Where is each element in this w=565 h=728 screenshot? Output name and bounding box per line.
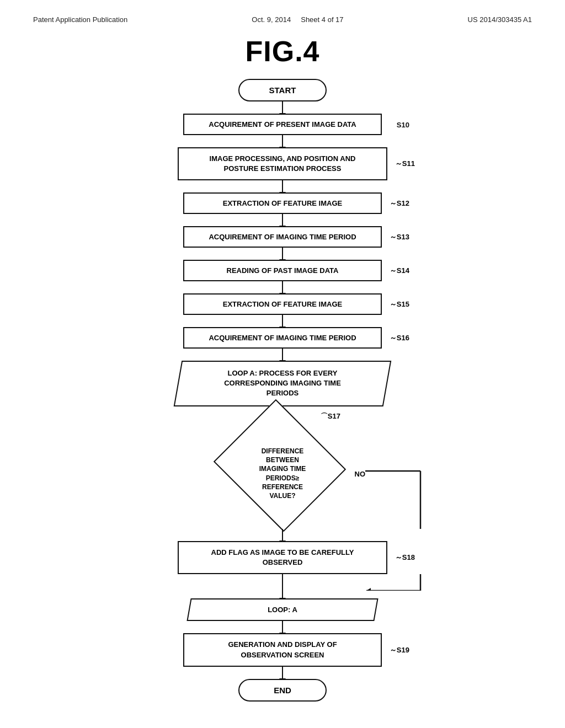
s16-row: ACQUIREMENT OF IMAGING TIME PERIOD ～S16 [183, 327, 382, 349]
s13-label: ～S13 [390, 232, 409, 242]
header-date: Oct. 9, 2014 [252, 15, 291, 24]
no-label: NO [355, 469, 366, 478]
s11-label: ～S11 [395, 159, 415, 169]
header-right: US 2014/303435 A1 [468, 15, 532, 24]
s14-box: READING OF PAST IMAGE DATA ～S14 [183, 260, 382, 281]
arrow-1 [282, 101, 283, 114]
s17-step-label: ⌒S17 [321, 411, 340, 421]
s17-diamond-wrapper: DIFFERENCE BETWEEN IMAGING TIME PERIODS≥… [117, 419, 448, 529]
s13-row: ACQUIREMENT OF IMAGING TIME PERIOD ～S13 [183, 226, 382, 248]
s12-label: ～S12 [390, 199, 409, 208]
arrow-11 [282, 667, 283, 679]
arrow-to-loop-end [282, 591, 283, 598]
fig-title: FIG.4 [0, 35, 565, 68]
s10-box: ACQUIREMENT OF PRESENT IMAGE DATA S10 [183, 114, 382, 135]
s10-row: ACQUIREMENT OF PRESENT IMAGE DATA S10 [183, 114, 382, 135]
arrow-10 [282, 621, 283, 633]
s11-box: IMAGE PROCESSING, AND POSITION AND POSTU… [178, 147, 387, 180]
arrow-8 [282, 349, 283, 361]
header-left: Patent Application Publication [33, 15, 127, 24]
s14-label: ～S14 [390, 266, 409, 276]
s18-row: ADD FLAG AS IMAGE TO BE CAREFULLY OBSERV… [178, 541, 387, 574]
loop-a-start-row: LOOP A: PROCESS FOR EVERY CORRESPONDING … [178, 361, 387, 406]
s15-label: ～S15 [390, 299, 409, 309]
s13-box: ACQUIREMENT OF IMAGING TIME PERIOD ～S13 [183, 226, 382, 248]
end-box: END [238, 679, 327, 702]
s17-diamond-text: DIFFERENCE BETWEEN IMAGING TIME PERIODS≥… [244, 447, 321, 500]
arrow-7 [282, 315, 283, 327]
s19-row: GENERATION AND DISPLAY OF OBSERVATION SC… [183, 633, 382, 666]
s15-box: EXTRACTION OF FEATURE IMAGE ～S15 [183, 293, 382, 315]
arrow-4 [282, 214, 283, 226]
s18-label: ～S18 [395, 553, 415, 563]
arrow-yes [282, 529, 283, 541]
page-header: Patent Application Publication Oct. 9, 2… [0, 0, 565, 29]
loop-a-end-box: LOOP: A [186, 598, 378, 621]
s19-label: ～S19 [390, 645, 409, 655]
end-node: END [238, 679, 327, 702]
header-sheet: Sheet 4 of 17 [301, 15, 343, 24]
s14-row: READING OF PAST IMAGE DATA ～S14 [183, 260, 382, 281]
s19-box: GENERATION AND DISPLAY OF OBSERVATION SC… [183, 633, 382, 666]
s12-box: EXTRACTION OF FEATURE IMAGE ～S12 [183, 192, 382, 214]
no-merge-svg [365, 574, 431, 591]
arrow-6 [282, 281, 283, 293]
s15-row: EXTRACTION OF FEATURE IMAGE ～S15 [183, 293, 382, 315]
arrow-3 [282, 180, 283, 192]
loop-a-start-box: LOOP A: PROCESS FOR EVERY CORRESPONDING … [174, 361, 392, 406]
arrow-from-s18 [282, 574, 283, 591]
s16-box: ACQUIREMENT OF IMAGING TIME PERIOD ～S16 [183, 327, 382, 349]
start-node: START [238, 79, 327, 101]
s12-row: EXTRACTION OF FEATURE IMAGE ～S12 [183, 192, 382, 214]
s16-label: ～S16 [390, 333, 409, 343]
start-box: START [238, 79, 327, 101]
header-center: Oct. 9, 2014 Sheet 4 of 17 [252, 15, 343, 24]
s17-diamond-container: DIFFERENCE BETWEEN IMAGING TIME PERIODS≥… [230, 421, 335, 526]
svg-marker-4 [366, 588, 371, 591]
arrow-2 [282, 135, 283, 147]
arrow-5 [282, 248, 283, 260]
merge-section [117, 574, 448, 591]
flowchart: START ACQUIREMENT OF PRESENT IMAGE DATA … [0, 79, 565, 724]
s11-row: IMAGE PROCESSING, AND POSITION AND POSTU… [178, 147, 387, 180]
s10-label: S10 [397, 120, 409, 129]
s18-box: ADD FLAG AS IMAGE TO BE CAREFULLY OBSERV… [178, 541, 387, 574]
no-path-svg [365, 419, 431, 529]
loop-a-end-row: LOOP: A [189, 598, 376, 621]
